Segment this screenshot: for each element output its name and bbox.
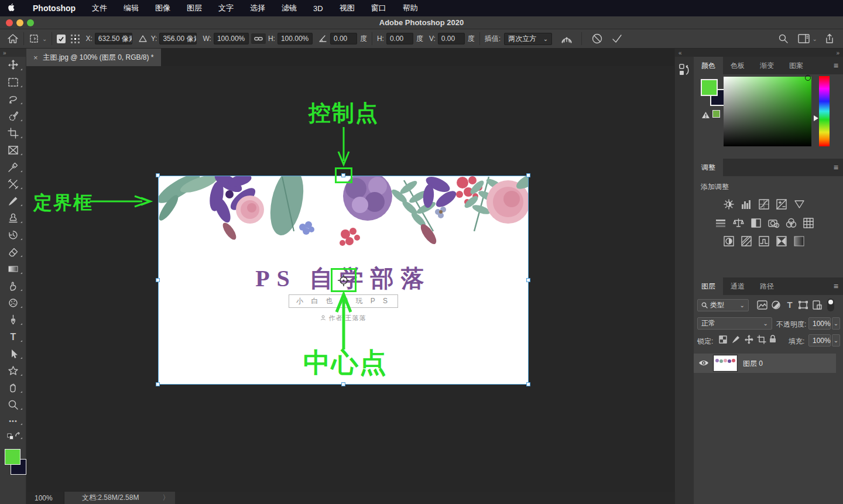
fill-chevron[interactable]: ⌄ <box>832 334 840 347</box>
menu-3d[interactable]: 3D <box>305 0 331 16</box>
menu-filter[interactable]: 滤镜 <box>273 0 305 16</box>
layer-filter-type-select[interactable]: 类型⌄ <box>697 299 749 311</box>
warp-mode-icon[interactable] <box>560 33 573 44</box>
menu-view[interactable]: 视图 <box>331 0 363 16</box>
tools-collapse-icon[interactable]: » <box>3 50 6 56</box>
tab-gradients[interactable]: 渐变 <box>752 57 782 74</box>
eyedropper-tool[interactable] <box>0 159 26 176</box>
tab-adjustments[interactable]: 调整 <box>694 159 723 176</box>
adjustments-panel-menu-icon[interactable]: ≡ <box>834 163 838 172</box>
sponge-tool[interactable] <box>0 294 26 311</box>
custom-shape-tool[interactable] <box>0 362 26 379</box>
dock-expand-icon[interactable]: » <box>694 49 843 57</box>
gamut-color-swatch[interactable] <box>712 110 720 118</box>
workspace-switcher-icon[interactable] <box>798 34 810 43</box>
history-panel-icon[interactable] <box>678 63 691 80</box>
path-selection-tool[interactable] <box>0 345 26 362</box>
menu-help[interactable]: 帮助 <box>395 0 426 16</box>
zoom-level-field[interactable]: 100% <box>35 494 64 502</box>
foreground-color-swatch[interactable] <box>5 449 20 465</box>
x-value-field[interactable]: 632.50 像素 <box>95 33 132 44</box>
filter-pixel-layers-icon[interactable] <box>757 300 767 312</box>
rectangular-marquee-tool[interactable] <box>0 74 26 91</box>
pen-tool[interactable] <box>0 311 26 328</box>
clone-stamp-tool[interactable] <box>0 210 26 227</box>
share-icon[interactable] <box>824 33 835 44</box>
maintain-aspect-link-icon[interactable] <box>251 33 266 44</box>
dock-collapse-icon[interactable]: « <box>675 49 694 57</box>
tab-layers[interactable]: 图层 <box>694 277 723 295</box>
search-icon[interactable] <box>778 33 789 44</box>
transform-handle-middle-left[interactable] <box>156 278 160 282</box>
frame-tool[interactable] <box>0 142 26 159</box>
blend-mode-select[interactable]: 正常⌄ <box>697 317 772 330</box>
selective-color-icon[interactable] <box>793 235 806 249</box>
brightness-contrast-icon[interactable] <box>723 198 735 212</box>
channel-mixer-icon[interactable] <box>785 217 797 231</box>
posterize-icon[interactable] <box>741 235 753 249</box>
lock-image-icon[interactable] <box>731 335 741 347</box>
lock-all-icon[interactable] <box>769 334 777 346</box>
layer-visibility-eye-icon[interactable] <box>698 359 709 369</box>
angle-value-field[interactable]: 0.00 <box>330 33 357 44</box>
crop-tool[interactable] <box>0 125 26 142</box>
relative-position-icon[interactable] <box>138 35 148 43</box>
hue-slider[interactable] <box>819 76 830 146</box>
color-lookup-icon[interactable] <box>803 217 815 231</box>
h-skew-field[interactable]: 0.00 <box>386 33 413 44</box>
levels-icon[interactable] <box>741 198 753 212</box>
canvas-area[interactable]: PS 自学部落 小 白 也 能 玩 P S 作者:王落落 <box>26 66 674 492</box>
hand-tool[interactable] <box>0 379 26 396</box>
filter-type-layers-icon[interactable]: T <box>785 300 794 312</box>
vibrance-icon[interactable] <box>793 198 806 212</box>
lock-artboard-icon[interactable] <box>757 335 766 347</box>
filter-shape-layers-icon[interactable] <box>798 300 808 312</box>
hue-saturation-icon[interactable] <box>715 217 727 231</box>
tab-patterns[interactable]: 图案 <box>782 57 811 74</box>
black-white-icon[interactable] <box>750 217 762 231</box>
tab-channels[interactable]: 通道 <box>723 277 752 295</box>
y-value-field[interactable]: 356.00 像素 <box>159 33 197 44</box>
lock-position-icon[interactable] <box>744 335 753 347</box>
menu-image[interactable]: 图像 <box>147 0 179 16</box>
tab-paths[interactable]: 路径 <box>752 277 782 295</box>
commit-transform-icon[interactable] <box>611 33 623 44</box>
layers-panel-menu-icon[interactable]: ≡ <box>834 282 838 291</box>
document-tab[interactable]: × 主图.jpg @ 100% (图层 0, RGB/8) * <box>26 49 161 66</box>
opacity-value[interactable]: 100% <box>808 317 831 330</box>
healing-brush-tool[interactable] <box>0 176 26 193</box>
layer-name[interactable]: 图层 0 <box>743 359 763 369</box>
threshold-icon[interactable] <box>758 235 770 249</box>
color-balance-icon[interactable] <box>732 217 745 231</box>
default-swap-colors-icon[interactable] <box>0 428 26 443</box>
w-value-field[interactable]: 100.00% <box>214 33 249 44</box>
move-tool[interactable] <box>0 57 26 74</box>
tool-preset-chevron-icon[interactable]: ⌄ <box>42 36 47 42</box>
reference-point-locator-icon[interactable] <box>71 35 80 43</box>
lock-transparency-icon[interactable] <box>718 335 728 347</box>
close-tab-icon[interactable]: × <box>33 53 38 62</box>
fill-value[interactable]: 100% <box>808 334 831 347</box>
hue-slider-marker[interactable] <box>814 115 818 121</box>
type-tool[interactable]: T <box>0 328 26 345</box>
color-field[interactable] <box>724 77 811 146</box>
cancel-transform-icon[interactable] <box>591 33 603 44</box>
transform-handle-bottom-right[interactable] <box>526 382 530 386</box>
menu-edit[interactable]: 编辑 <box>115 0 147 16</box>
gamut-warning-icon[interactable] <box>701 111 710 121</box>
zoom-tool[interactable] <box>0 396 26 413</box>
reference-point-checkbox[interactable] <box>57 35 66 43</box>
transform-handle-bottom-left[interactable] <box>156 382 160 386</box>
eraser-tool[interactable] <box>0 244 26 260</box>
status-chevron-icon[interactable]: 〉 <box>156 492 175 504</box>
filter-smart-objects-icon[interactable] <box>812 300 822 312</box>
gradient-map-icon[interactable] <box>776 235 788 249</box>
smudge-tool[interactable] <box>0 277 26 294</box>
edit-toolbar-icon[interactable]: ••• <box>0 413 26 428</box>
transform-handle-top-right[interactable] <box>526 173 530 177</box>
filter-adjustment-layers-icon[interactable] <box>771 300 781 312</box>
workspace-chevron-icon[interactable]: ⌄ <box>813 36 817 42</box>
menu-window[interactable]: 窗口 <box>363 0 395 16</box>
panel-foreground-swatch[interactable] <box>701 79 718 96</box>
curves-icon[interactable] <box>758 198 770 212</box>
